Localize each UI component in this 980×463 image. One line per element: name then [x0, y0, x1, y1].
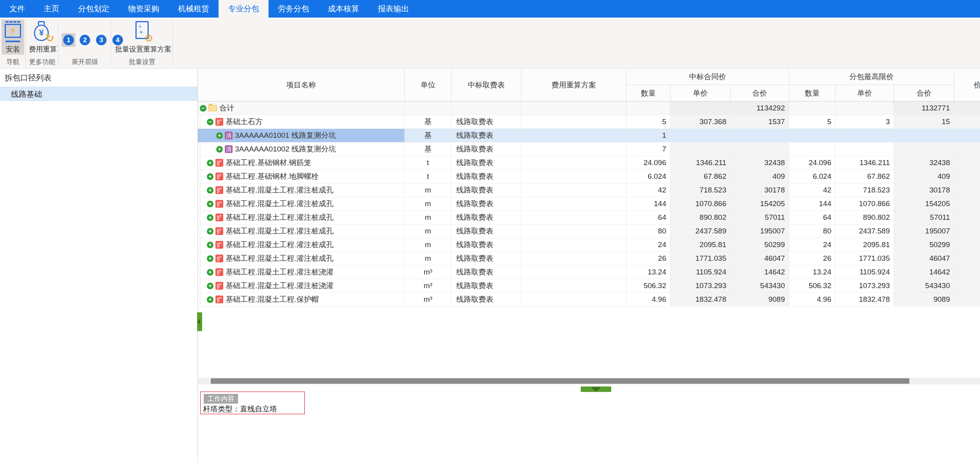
table-row[interactable]: −扩基础土石方基线路取费表5307.36815375315: [198, 115, 980, 129]
sub-total-price-cell[interactable]: 50299: [894, 238, 954, 252]
sub-quantity-cell[interactable]: 506.32: [789, 279, 836, 293]
fee-table-cell[interactable]: 线路取费表: [452, 156, 521, 170]
sub-unit-price-cell[interactable]: 2095.81: [836, 238, 894, 252]
sub-quantity-cell[interactable]: 42: [789, 183, 836, 197]
table-row[interactable]: +清3AAAAAA01001 线路复测分坑基线路取费表1: [198, 129, 980, 142]
recalc-plan-cell[interactable]: [521, 211, 626, 224]
fee-table-cell[interactable]: 线路取费表: [452, 129, 521, 142]
bid-total-price-cell[interactable]: [731, 142, 789, 156]
fee-table-cell[interactable]: 线路取费表: [452, 142, 521, 156]
horizontal-scrollbar-track[interactable]: [198, 378, 980, 385]
bid-quantity-cell[interactable]: 26: [626, 252, 671, 265]
recalc-plan-cell[interactable]: [521, 129, 626, 142]
fee-table-cell[interactable]: 线路取费表: [452, 183, 521, 197]
expand-node-icon[interactable]: +: [207, 255, 213, 262]
fee-table-cell[interactable]: 线路取费表: [452, 252, 521, 265]
menu-tab-1[interactable]: 主页: [34, 0, 69, 18]
collapse-node-icon[interactable]: −: [200, 105, 206, 112]
unit-cell[interactable]: m³: [405, 265, 452, 279]
recalc-plan-cell[interactable]: [521, 293, 626, 306]
bid-unit-price-cell[interactable]: 1771.035: [671, 252, 731, 265]
recalc-plan-cell[interactable]: [521, 238, 626, 252]
recalc-plan-cell[interactable]: [521, 102, 626, 115]
menu-tab-4[interactable]: 机械租赁: [169, 0, 219, 18]
expand-level-button-1[interactable]: 1: [62, 33, 75, 47]
expand-node-icon[interactable]: +: [207, 160, 213, 166]
item-name-cell[interactable]: +扩基础工程.混凝土工程.灌注桩成孔: [198, 197, 405, 211]
cost-recalc-button[interactable]: ¥ ↻ 费用重算: [27, 20, 59, 55]
unit-cell[interactable]: m: [405, 183, 452, 197]
partial-cell[interactable]: [954, 197, 980, 211]
recalc-plan-cell[interactable]: [521, 252, 626, 265]
fee-table-cell[interactable]: 线路取费表: [452, 115, 521, 129]
unit-cell[interactable]: m³: [405, 293, 452, 306]
partial-cell[interactable]: [954, 211, 980, 224]
item-name-cell[interactable]: +扩基础工程.混凝土工程.灌注桩成孔: [198, 252, 405, 265]
fee-table-cell[interactable]: 线路取费表: [452, 170, 521, 183]
sub-quantity-cell[interactable]: [789, 142, 836, 156]
sub-quantity-cell[interactable]: 24: [789, 238, 836, 252]
bid-unit-price-cell[interactable]: [671, 142, 731, 156]
unit-cell[interactable]: m: [405, 197, 452, 211]
expand-node-icon[interactable]: +: [207, 214, 213, 221]
column-header-bid-quantity[interactable]: 数量: [626, 85, 671, 102]
table-row[interactable]: +扩基础工程.混凝土工程.灌注桩成孔m线路取费表1441070.86615420…: [198, 197, 980, 211]
expand-node-icon[interactable]: +: [216, 132, 223, 139]
table-row[interactable]: +扩基础工程.混凝土工程.灌注桩成孔m线路取费表42718.5233017842…: [198, 183, 980, 197]
table-row[interactable]: +扩基础工程.基础钢材.钢筋笼t线路取费表24.0961346.21132438…: [198, 156, 980, 170]
partial-cell[interactable]: [954, 238, 980, 252]
bid-quantity-cell[interactable]: [626, 102, 671, 115]
menu-tab-8[interactable]: 报表输出: [368, 0, 418, 18]
bid-unit-price-cell[interactable]: 890.802: [671, 211, 731, 224]
bid-unit-price-cell[interactable]: 1346.211: [671, 156, 731, 170]
menu-tab-5[interactable]: 专业分包: [219, 0, 269, 18]
table-row[interactable]: +扩基础工程.基础钢材.地脚螺栓t线路取费表6.02467.8624096.02…: [198, 170, 980, 183]
partial-cell[interactable]: [954, 279, 980, 293]
unit-cell[interactable]: 基: [405, 142, 452, 156]
bottom-splitter-handle[interactable]: [581, 386, 611, 392]
item-name-cell[interactable]: +扩基础工程.混凝土工程.保护帽: [198, 293, 405, 306]
fee-table-cell[interactable]: 线路取费表: [452, 211, 521, 224]
sub-total-price-cell[interactable]: 15: [894, 115, 954, 129]
recalc-plan-cell[interactable]: [521, 265, 626, 279]
table-row[interactable]: +扩基础工程.混凝土工程.灌注桩成孔m线路取费表242095.815029924…: [198, 238, 980, 252]
table-row[interactable]: +扩基础工程.混凝土工程.灌注桩成孔m线路取费表64890.8025701164…: [198, 211, 980, 224]
item-name-cell[interactable]: +扩基础工程.混凝土工程.灌注桩成孔: [198, 238, 405, 252]
sub-total-price-cell[interactable]: 409: [894, 170, 954, 183]
sub-total-price-cell[interactable]: [894, 129, 954, 142]
bid-unit-price-cell[interactable]: 2437.589: [671, 224, 731, 238]
expand-node-icon[interactable]: +: [216, 146, 223, 153]
menu-tab-7[interactable]: 成本核算: [318, 0, 368, 18]
partial-cell[interactable]: [954, 170, 980, 183]
partial-cell[interactable]: [954, 183, 980, 197]
sub-quantity-cell[interactable]: 6.024: [789, 170, 836, 183]
bid-unit-price-cell[interactable]: 1832.478: [671, 293, 731, 306]
group-header-sub-max-price[interactable]: 分包最高限价: [789, 69, 954, 85]
bid-total-price-cell[interactable]: 409: [731, 170, 789, 183]
column-header-fee-table[interactable]: 中标取费表: [452, 69, 521, 102]
table-row[interactable]: +扩基础工程.混凝土工程.灌注桩浇灌m³线路取费表13.241105.92414…: [198, 265, 980, 279]
install-button[interactable]: ⚡ 安装: [2, 20, 24, 55]
sub-total-price-cell[interactable]: 46047: [894, 252, 954, 265]
fee-table-cell[interactable]: 线路取费表: [452, 197, 521, 211]
bid-quantity-cell[interactable]: 506.32: [626, 279, 671, 293]
fee-table-cell[interactable]: [452, 102, 521, 115]
table-row[interactable]: +扩基础工程.混凝土工程.灌注桩成孔m线路取费表802437.589195007…: [198, 224, 980, 238]
bid-total-price-cell[interactable]: 1537: [731, 115, 789, 129]
sub-unit-price-cell[interactable]: 3: [836, 115, 894, 129]
sub-unit-price-cell[interactable]: 1073.293: [836, 279, 894, 293]
horizontal-scrollbar-thumb[interactable]: [211, 378, 909, 384]
table-row[interactable]: −合计11342921132771: [198, 102, 980, 115]
table-row[interactable]: +扩基础工程.混凝土工程.保护帽m³线路取费表4.961832.47890894…: [198, 293, 980, 306]
expand-node-icon[interactable]: +: [207, 269, 213, 276]
bid-total-price-cell[interactable]: 543430: [731, 279, 789, 293]
partial-cell[interactable]: [954, 102, 980, 115]
bid-total-price-cell[interactable]: 57011: [731, 211, 789, 224]
column-header-name[interactable]: 项目名称: [198, 69, 405, 102]
partial-cell[interactable]: [954, 129, 980, 142]
column-header-recalc-plan[interactable]: 费用重算方案: [521, 69, 626, 102]
sub-quantity-cell[interactable]: 5: [789, 115, 836, 129]
column-header-bid-total-price[interactable]: 合价: [731, 85, 789, 102]
item-name-cell[interactable]: +扩基础工程.混凝土工程.灌注桩浇灌: [198, 279, 405, 293]
sub-unit-price-cell[interactable]: 1346.211: [836, 156, 894, 170]
